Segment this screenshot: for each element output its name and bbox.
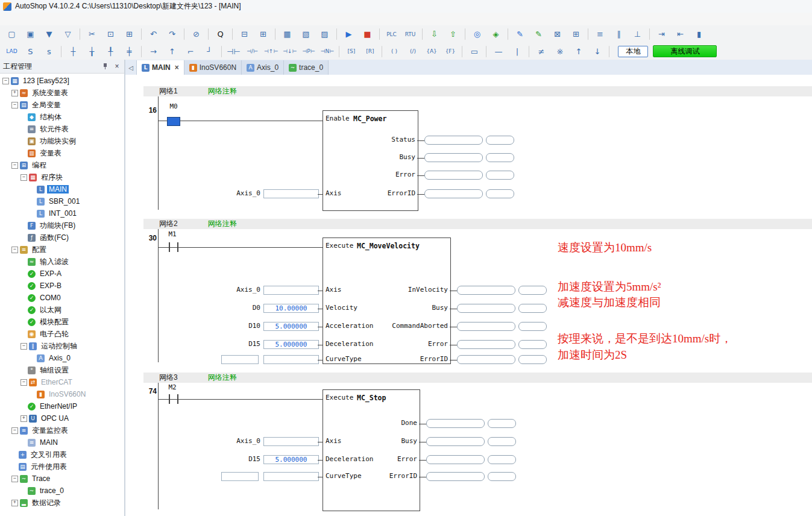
operand-box[interactable] bbox=[263, 472, 319, 481]
tab-trace-0[interactable]: trace_0 bbox=[284, 60, 329, 75]
ladder-tool-append-row[interactable]: ╀ bbox=[102, 44, 119, 59]
monitor-box[interactable] bbox=[488, 419, 516, 428]
tree-item-main[interactable]: MAIN bbox=[0, 183, 124, 195]
ladder-tool-contact-open[interactable]: ⊣⊢ bbox=[225, 44, 242, 59]
monitor-box[interactable] bbox=[424, 136, 483, 145]
toolbar-button-save[interactable]: ▼ bbox=[40, 27, 58, 42]
expand-toggle-icon[interactable]: − bbox=[2, 78, 9, 84]
toolbar-button-upload[interactable]: ⇧ bbox=[444, 27, 462, 42]
expand-toggle-icon[interactable]: − bbox=[20, 343, 27, 350]
ladder-tool-app-instr[interactable]: {A} bbox=[423, 44, 440, 59]
tree-item-program-block[interactable]: − 程序块 bbox=[0, 171, 124, 183]
tree-item-struct[interactable]: 结构体 bbox=[0, 111, 124, 123]
tree-item-device-table[interactable]: 软元件表 bbox=[0, 123, 124, 135]
monitor-box[interactable] bbox=[457, 340, 515, 349]
tree-item-com0[interactable]: COM0 bbox=[0, 292, 124, 304]
tree-item-trace[interactable]: − Trace bbox=[0, 473, 124, 485]
toolbar-button-copy[interactable]: ⊡ bbox=[102, 27, 119, 42]
monitor-box[interactable] bbox=[518, 286, 547, 295]
toolbar-button-undo[interactable]: ↶ bbox=[145, 27, 162, 42]
ladder-tool-insert-row[interactable]: ╁ bbox=[83, 44, 101, 59]
expand-toggle-icon[interactable]: − bbox=[11, 162, 18, 169]
toolbar-button-redo[interactable]: ↷ bbox=[163, 27, 181, 42]
monitor-box[interactable] bbox=[486, 189, 514, 198]
tree-item-fc[interactable]: 函数(FC) bbox=[0, 231, 124, 244]
ladder-canvas[interactable]: 网络1网络注释 16 M0 Enable MC_Power Status Bus… bbox=[125, 75, 812, 516]
operand-box[interactable] bbox=[263, 286, 319, 295]
monitor-box[interactable] bbox=[518, 355, 547, 364]
toolbar-button-align-horizontal[interactable]: ≡ bbox=[591, 27, 609, 42]
ladder-tool-contact-fall[interactable]: ⊣↓⊢ bbox=[281, 44, 298, 59]
tab-inosv660n[interactable]: InoSV660N bbox=[184, 60, 242, 75]
toolbar-button-delete[interactable]: ⊘ bbox=[187, 27, 205, 42]
toolbar-button-plc-keyword[interactable]: PLC bbox=[383, 27, 400, 42]
ladder-tool-move-up[interactable]: ↑ bbox=[570, 44, 587, 59]
ladder-tool-coil-out[interactable]: ( ) bbox=[385, 44, 403, 59]
toolbar-button-online-debug[interactable]: ◈ bbox=[487, 27, 505, 42]
monitor-box[interactable] bbox=[486, 136, 514, 145]
contact-m1[interactable] bbox=[169, 242, 170, 252]
monitor-box[interactable] bbox=[488, 472, 516, 481]
toolbar-button-new-project[interactable]: ▢ bbox=[3, 27, 20, 42]
monitor-box[interactable] bbox=[426, 437, 485, 446]
tree-item-system-var-table[interactable]: + 系统变量表 bbox=[0, 87, 124, 99]
pin-icon[interactable] bbox=[102, 63, 109, 71]
toolbar-button-compile-all[interactable]: ⊞ bbox=[567, 27, 585, 42]
toolbar-button-cut[interactable]: ✂ bbox=[83, 27, 101, 42]
monitor-box[interactable] bbox=[486, 171, 514, 180]
tree-item-usage-table[interactable]: 元件使用表 bbox=[0, 461, 124, 473]
tree-item-var-table[interactable]: 变量表 bbox=[0, 147, 124, 159]
contact-m0[interactable] bbox=[167, 117, 180, 126]
ladder-tool-hline-tool[interactable]: — bbox=[489, 44, 507, 59]
ladder-tool-contact-close[interactable]: ⊣/⊢ bbox=[244, 44, 261, 59]
ladder-tool-corner-upper[interactable]: ⌐ bbox=[182, 44, 200, 59]
tree-item-inosv660n[interactable]: InoSV660N bbox=[0, 388, 124, 400]
tree-item-exp-b[interactable]: EXP-B bbox=[0, 280, 124, 292]
operand-box[interactable]: 10.00000 bbox=[263, 304, 319, 313]
toolbar-button-compile[interactable]: ⊠ bbox=[549, 27, 566, 42]
network-comment[interactable]: 网络注释 bbox=[208, 219, 237, 228]
tree-item-config[interactable]: − 配置 bbox=[0, 244, 124, 256]
tab-scroll-left-icon[interactable]: ◁ bbox=[125, 60, 137, 75]
monitor-box[interactable] bbox=[457, 286, 515, 295]
toolbar-button-download[interactable]: ⇩ bbox=[426, 27, 443, 42]
ladder-tool-set-s[interactable]: S bbox=[22, 44, 39, 59]
ladder-tool-compare-neq[interactable]: ≠ bbox=[532, 44, 550, 59]
toolbar-button-save-all[interactable]: ▽ bbox=[59, 27, 77, 42]
monitor-box[interactable] bbox=[424, 171, 483, 180]
tree-item-e-cam[interactable]: 电子凸轮 bbox=[0, 328, 124, 340]
monitor-box[interactable] bbox=[457, 355, 515, 364]
expand-toggle-icon[interactable]: − bbox=[11, 102, 18, 109]
expand-toggle-icon[interactable]: − bbox=[11, 247, 18, 253]
ladder-tool-coil-set[interactable]: [S] bbox=[342, 44, 360, 59]
expand-toggle-icon[interactable]: − bbox=[11, 476, 18, 482]
tree-item-module-config[interactable]: 模块配置 bbox=[0, 316, 124, 328]
ladder-tool-func-instr[interactable]: {F} bbox=[441, 44, 459, 59]
local-button[interactable]: 本地 bbox=[618, 46, 648, 57]
tree-item-opc-ua[interactable]: + OPC UA bbox=[0, 412, 124, 424]
tree-item-var-monitor[interactable]: − 变量监控表 bbox=[0, 424, 124, 436]
tree-item-exp-a[interactable]: EXP-A bbox=[0, 268, 124, 280]
toolbar-button-run[interactable]: ▶ bbox=[340, 27, 357, 42]
operand-box[interactable] bbox=[263, 355, 319, 364]
ladder-tool-set-s-small[interactable]: s bbox=[40, 44, 58, 59]
ladder-tool-contact-p[interactable]: ⊣P⊢ bbox=[300, 44, 317, 59]
tree-item-fb[interactable]: 功能块(FB) bbox=[0, 219, 124, 231]
toolbar-button-import[interactable]: ⇥ bbox=[653, 27, 670, 42]
function-block-mc-stop[interactable]: Execute MC_Stop Done Busy Error ErrorID … bbox=[323, 389, 420, 511]
tree-item-ethernet[interactable]: 以太网 bbox=[0, 304, 124, 316]
monitor-box[interactable] bbox=[457, 322, 515, 331]
toolbar-button-find[interactable]: Q bbox=[212, 27, 229, 42]
operand-box[interactable]: 5.000000 bbox=[263, 322, 319, 331]
toolbar-button-monitor-edit[interactable]: ✎ bbox=[530, 27, 547, 42]
monitor-box[interactable] bbox=[457, 304, 515, 313]
expand-toggle-icon[interactable]: − bbox=[20, 379, 27, 386]
ladder-tool-insert-fb[interactable]: ▭ bbox=[465, 44, 483, 59]
expand-toggle-icon[interactable]: + bbox=[11, 90, 18, 96]
toolbar-button-sfc-view[interactable]: ▧ bbox=[297, 27, 315, 42]
operand-box[interactable] bbox=[221, 472, 259, 481]
monitor-box[interactable] bbox=[426, 455, 485, 464]
toolbar-button-align-vertical[interactable]: ∥ bbox=[610, 27, 628, 42]
operand-box[interactable] bbox=[263, 189, 319, 198]
operand-box[interactable]: 5.000000 bbox=[263, 340, 319, 349]
